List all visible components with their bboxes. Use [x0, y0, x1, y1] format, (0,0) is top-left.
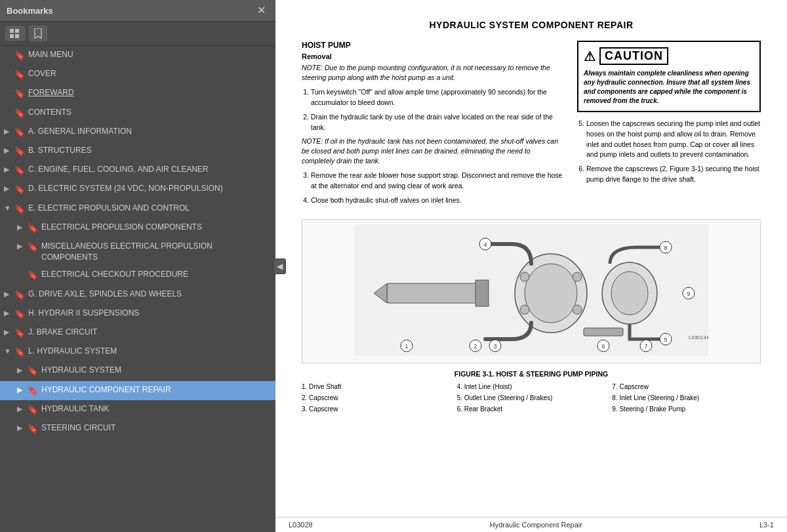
part-1: 1. Drive Shaft [302, 382, 451, 392]
bookmark-item-e-electric[interactable]: ▼ 🔖 E. ELECTRIC PROPULSION AND CONTROL [0, 199, 275, 218]
expand-icon[interactable]: ▶ [17, 222, 25, 232]
expand-icon[interactable]: ▶ [4, 289, 12, 299]
two-column-layout: HOIST PUMP Removal NOTE: Due to the pump… [302, 41, 761, 210]
bookmark-list: 🔖 MAIN MENU 🔖 COVER 🔖 FOREWARD 🔖 CONTENT… [0, 46, 275, 532]
bookmark-item-foreward[interactable]: 🔖 FOREWARD [0, 84, 275, 103]
bookmark-item-electrical-checkout[interactable]: 🔖 ELECTRICAL CHECKOUT PROCEDURE [0, 266, 275, 285]
sidebar-header: Bookmarks ✕ [0, 0, 275, 22]
caution-header: ⚠ CAUTION [584, 47, 754, 65]
svg-point-35 [520, 305, 529, 314]
svg-point-6 [525, 264, 577, 323]
bm-label-hydraulic-component-repair: HYDRAULIC COMPONENT REPAIR [41, 384, 270, 396]
bookmark-icon-sm: 🔖 [28, 423, 38, 435]
expand-icon[interactable]: ▶ [17, 404, 25, 414]
bookmark-icon-sm: 🔖 [14, 308, 25, 320]
bookmark-icon-sm: 🔖 [14, 165, 25, 176]
bookmark-item-l-hydraulic[interactable]: ▼ 🔖 L. HYDRAULIC SYSTEM [0, 342, 275, 361]
sidebar-collapse-button[interactable]: ◀ [273, 258, 286, 274]
bookmark-item-electrical-propulsion[interactable]: ▶ 🔖 ELECTRICAL PROPULSION COMPONENTS [0, 218, 275, 237]
part-7: 7. Capscrew [612, 382, 761, 392]
bm-label-main-menu: MAIN MENU [28, 49, 270, 60]
bookmark-icon-sm: 🔖 [28, 404, 38, 416]
bookmark-icon-sm: 🔖 [14, 146, 25, 157]
expand-icon[interactable]: ▶ [4, 146, 12, 155]
close-button[interactable]: ✕ [254, 4, 269, 17]
bookmark-item-b-structures[interactable]: ▶ 🔖 B. STRUCTURES [0, 142, 275, 161]
svg-text:7: 7 [644, 343, 647, 350]
note2: NOTE: If oil in the hydraulic tank has n… [302, 136, 564, 165]
expand-icon[interactable]: ▶ [4, 127, 12, 136]
bm-label-j-brake: J. BRAKE CIRCUIT [28, 327, 270, 338]
bookmark-item-hydraulic-component-repair[interactable]: ▶ 🔖 HYDRAULIC COMPONENT REPAIR [0, 381, 275, 400]
svg-text:2: 2 [474, 343, 477, 350]
svg-text:4: 4 [483, 241, 487, 248]
bookmark-item-misc-electrical[interactable]: ▶ 🔖 MISCELLANEOUS ELECTRICAL PROPULSION … [0, 237, 275, 266]
bookmark-icon-sm: 🔖 [14, 127, 25, 138]
svg-text:9: 9 [687, 291, 690, 297]
part-2: 2. Capscrew [302, 393, 451, 403]
expand-icon[interactable]: ▶ [4, 165, 12, 174]
step-3: Remove the rear axle blower hose support… [311, 171, 564, 192]
bookmark-item-hydraulic-system[interactable]: ▶ 🔖 HYDRAULIC SYSTEM [0, 361, 275, 380]
bookmark-item-d-electric[interactable]: ▶ 🔖 D. ELECTRIC SYSTEM (24 VDC, NON-PROP… [0, 180, 275, 199]
bookmark-icon-button[interactable] [29, 26, 47, 41]
bm-label-b-structures: B. STRUCTURES [28, 145, 270, 156]
part-9: 9. Steering / Brake Pump [612, 404, 761, 414]
bookmark-icon-sm: 🔖 [28, 270, 38, 281]
expand-icon-open[interactable]: ▼ [4, 203, 12, 213]
bookmark-item-g-drive[interactable]: ▶ 🔖 G. DRIVE AXLE, SPINDLES AND WHEELS [0, 285, 275, 304]
svg-text:1: 1 [405, 343, 408, 350]
pdf-page: HYDRAULIC SYSTEM COMPONENT REPAIR HOIST … [275, 0, 787, 517]
col-left: HOIST PUMP Removal NOTE: Due to the pump… [302, 41, 564, 210]
bookmark-icon-sm: 🔖 [14, 184, 25, 195]
caution-text: Always maintain complete cleanliness whe… [584, 69, 754, 106]
expand-icon[interactable]: ▶ [4, 327, 12, 337]
bm-label-misc-electrical: MISCELLANEOUS ELECTRICAL PROPULSION COMP… [41, 241, 270, 263]
svg-point-32 [573, 272, 582, 281]
svg-point-34 [573, 305, 582, 314]
bookmark-item-cover[interactable]: 🔖 COVER [0, 65, 275, 84]
content-panel: HYDRAULIC SYSTEM COMPONENT REPAIR HOIST … [275, 0, 787, 532]
svg-text:L030134: L030134 [689, 335, 708, 340]
bm-label-h-hydrair: H. HYDRAIR II SUSPENSIONS [28, 308, 270, 319]
bookmark-icon-sm: 🔖 [14, 203, 25, 215]
expand-icon[interactable]: ▶ [17, 241, 25, 251]
bookmark-item-c-engine[interactable]: ▶ 🔖 C. ENGINE, FUEL, COOLING, AND AIR CL… [0, 161, 275, 180]
bookmark-item-contents[interactable]: 🔖 CONTENTS [0, 104, 275, 123]
bm-label-foreward: FOREWARD [28, 87, 270, 98]
bm-label-e-electric: E. ELECTRIC PROPULSION AND CONTROL [28, 203, 270, 214]
expand-icon-open[interactable]: ▼ [4, 346, 12, 356]
bookmark-item-main-menu[interactable]: 🔖 MAIN MENU [0, 46, 275, 65]
expand-icon[interactable]: ▶ [17, 385, 25, 395]
bookmark-icon-sm: 🔖 [14, 69, 25, 81]
bookmark-item-j-brake[interactable]: ▶ 🔖 J. BRAKE CIRCUIT [0, 323, 275, 342]
figure-caption: FIGURE 3-1. HOIST & STEERING PUMP PIPING [302, 370, 761, 378]
section-label: HOIST PUMP [302, 41, 564, 50]
part-5: 5. Outlet Line (Steering / Brakes) [457, 393, 606, 403]
menu-icon-button[interactable] [5, 26, 25, 41]
bookmark-item-h-hydrair[interactable]: ▶ 🔖 H. HYDRAIR II SUSPENSIONS [0, 304, 275, 323]
sidebar-toolbar [0, 22, 275, 46]
bm-label-g-drive: G. DRIVE AXLE, SPINDLES AND WHEELS [28, 289, 270, 300]
bookmark-icon-sm: 🔖 [28, 385, 38, 397]
bookmark-icon-sm: 🔖 [14, 108, 25, 119]
svg-text:6: 6 [601, 343, 605, 350]
bookmark-item-a-general[interactable]: ▶ 🔖 A. GENERAL INFORMATION [0, 123, 275, 142]
expand-icon[interactable]: ▶ [17, 365, 25, 375]
bookmark-item-hydraulic-tank[interactable]: ▶ 🔖 HYDRAULIC TANK [0, 400, 275, 419]
bm-label-contents: CONTENTS [28, 107, 270, 118]
expand-icon[interactable]: ▶ [4, 184, 12, 194]
expand-icon[interactable]: ▶ [17, 423, 25, 433]
caution-box: ⚠ CAUTION Always maintain complete clean… [577, 41, 761, 112]
step-6: Remove the capscrews (2, Figure 3-1) sec… [586, 164, 761, 185]
bookmark-icon-sm: 🔖 [28, 365, 38, 377]
steps-list: Turn keyswitch "Off" and allow ample tim… [311, 87, 564, 133]
expand-icon[interactable]: ▶ [4, 308, 12, 318]
part-8: 8. Inlet Line (Steering / Brake) [612, 393, 761, 403]
subsection-label: Removal [302, 52, 564, 60]
pump-svg: 4 8 5 [354, 224, 708, 356]
bookmark-item-steering-circuit[interactable]: ▶ 🔖 STEERING CIRCUIT [0, 419, 275, 438]
step-4: Close both hydraulic shut-off valves on … [311, 195, 564, 206]
svg-rect-2 [10, 34, 14, 38]
footer-center: Hydraulic Component Repair [490, 521, 582, 529]
